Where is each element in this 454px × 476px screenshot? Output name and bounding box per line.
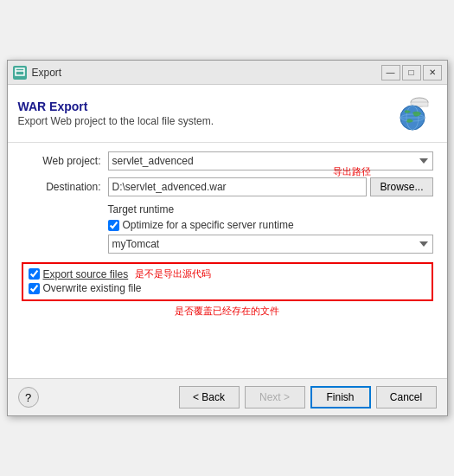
svg-rect-0 — [16, 68, 24, 75]
web-project-row: Web project: servlet_advenced — [22, 151, 433, 170]
web-project-control: servlet_advenced — [108, 151, 433, 170]
finish-button[interactable]: Finish — [310, 386, 371, 408]
button-bar: ? < Back Next > Finish Cancel — [8, 378, 447, 415]
web-project-label: Web project: — [22, 155, 108, 167]
cancel-button[interactable]: Cancel — [376, 386, 437, 408]
destination-row: Destination: 导出路径 Browse... — [22, 177, 433, 196]
export-source-label: Export source files — [43, 268, 129, 280]
back-button[interactable]: < Back — [179, 386, 240, 408]
optimize-checkbox[interactable] — [108, 220, 119, 231]
tomcat-select[interactable]: myTomcat — [108, 235, 433, 254]
help-button[interactable]: ? — [18, 387, 39, 408]
dialog-content: Web project: servlet_advenced Destinatio… — [8, 143, 447, 326]
export-source-checkbox[interactable] — [29, 268, 40, 280]
title-bar: Export — □ ✕ — [8, 61, 447, 85]
window-icon — [13, 66, 27, 80]
spacer — [8, 326, 447, 378]
destination-label: Destination: — [22, 181, 108, 193]
maximize-button[interactable]: □ — [402, 65, 421, 80]
export-dialog: Export — □ ✕ WAR Export Export Web proje… — [7, 60, 448, 416]
header-text: WAR Export Export Web project to the loc… — [18, 100, 393, 127]
next-button[interactable]: Next > — [245, 386, 305, 408]
close-button[interactable]: ✕ — [423, 65, 442, 80]
destination-control: 导出路径 Browse... — [108, 177, 433, 196]
window-title: Export — [32, 67, 381, 79]
optimize-label: Optimize for a specific server runtime — [123, 219, 294, 231]
overwrite-label: Overwrite existing file — [43, 282, 142, 294]
target-runtime-label: Target runtime — [108, 203, 433, 215]
browse-button[interactable]: Browse... — [370, 177, 432, 196]
optimize-row: Optimize for a specific server runtime — [108, 219, 433, 231]
dialog-subtitle: Export Web project to the local file sys… — [18, 115, 393, 127]
overwrite-row: Overwrite existing file — [29, 282, 426, 294]
header-icon-area — [393, 92, 437, 135]
tomcat-row: myTomcat — [108, 235, 433, 254]
globe-icon — [393, 92, 432, 131]
export-source-row: Export source files 是不是导出源代码 — [29, 267, 426, 280]
export-source-annotation: 是不是导出源代码 — [135, 267, 211, 280]
button-row: ? < Back Next > Finish Cancel — [18, 386, 437, 408]
destination-annotation: 导出路径 — [333, 165, 371, 178]
export-options-box: Export source files 是不是导出源代码 Overwrite e… — [22, 262, 433, 301]
minimize-button[interactable]: — — [381, 65, 400, 80]
dialog-header: WAR Export Export Web project to the loc… — [8, 85, 447, 143]
title-bar-controls: — □ ✕ — [381, 65, 442, 80]
web-project-select[interactable]: servlet_advenced — [108, 151, 433, 170]
overwrite-annotation: 是否覆盖已经存在的文件 — [22, 305, 433, 318]
overwrite-checkbox[interactable] — [29, 283, 40, 294]
dialog-title: WAR Export — [18, 100, 393, 113]
destination-input[interactable] — [108, 177, 368, 196]
